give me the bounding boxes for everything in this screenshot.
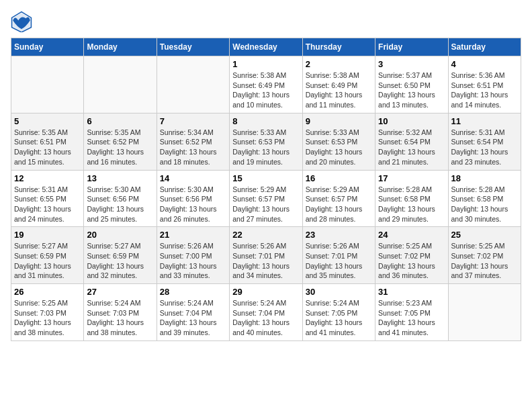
weekday-header-tuesday: Tuesday (157, 38, 229, 56)
week-row-4: 19Sunrise: 5:27 AMSunset: 6:59 PMDayligh… (11, 227, 521, 284)
calendar-cell (157, 56, 229, 113)
day-number: 23 (306, 230, 372, 240)
calendar-cell: 24Sunrise: 5:25 AMSunset: 7:02 PMDayligh… (375, 227, 448, 284)
day-number: 21 (160, 230, 226, 240)
calendar-cell: 26Sunrise: 5:25 AMSunset: 7:03 PMDayligh… (11, 284, 84, 341)
calendar-cell: 28Sunrise: 5:24 AMSunset: 7:04 PMDayligh… (157, 284, 229, 341)
calendar-cell: 4Sunrise: 5:36 AMSunset: 6:51 PMDaylight… (448, 56, 521, 113)
day-info: Sunrise: 5:37 AMSunset: 6:50 PMDaylight:… (378, 71, 445, 110)
calendar-cell: 21Sunrise: 5:26 AMSunset: 7:00 PMDayligh… (157, 227, 229, 284)
day-number: 9 (306, 116, 372, 126)
day-info: Sunrise: 5:27 AMSunset: 6:59 PMDaylight:… (87, 241, 153, 281)
calendar-cell (448, 284, 521, 341)
logo (11, 11, 35, 32)
calendar-cell: 22Sunrise: 5:26 AMSunset: 7:01 PMDayligh… (230, 227, 302, 284)
weekday-header-friday: Friday (375, 38, 448, 56)
day-info: Sunrise: 5:28 AMSunset: 6:58 PMDaylight:… (378, 185, 445, 224)
calendar-cell: 14Sunrise: 5:30 AMSunset: 6:56 PMDayligh… (157, 170, 229, 227)
week-row-2: 5Sunrise: 5:35 AMSunset: 6:51 PMDaylight… (11, 113, 521, 170)
day-number: 19 (14, 230, 81, 240)
day-info: Sunrise: 5:27 AMSunset: 6:59 PMDaylight:… (14, 241, 81, 281)
day-number: 12 (14, 173, 81, 183)
day-info: Sunrise: 5:24 AMSunset: 7:05 PMDaylight:… (306, 298, 372, 338)
calendar-cell: 17Sunrise: 5:28 AMSunset: 6:58 PMDayligh… (375, 170, 448, 227)
day-number: 10 (378, 116, 445, 126)
day-info: Sunrise: 5:33 AMSunset: 6:53 PMDaylight:… (306, 128, 372, 167)
day-number: 28 (160, 287, 226, 297)
day-number: 26 (14, 287, 81, 297)
day-number: 25 (451, 230, 518, 240)
calendar-cell: 8Sunrise: 5:33 AMSunset: 6:53 PMDaylight… (230, 113, 302, 170)
weekday-header-sunday: Sunday (11, 38, 84, 56)
day-info: Sunrise: 5:31 AMSunset: 6:55 PMDaylight:… (14, 185, 81, 224)
calendar-cell: 30Sunrise: 5:24 AMSunset: 7:05 PMDayligh… (302, 284, 375, 341)
day-info: Sunrise: 5:25 AMSunset: 7:02 PMDaylight:… (451, 241, 518, 281)
day-number: 14 (160, 173, 226, 183)
calendar-cell (11, 56, 84, 113)
day-number: 24 (378, 230, 445, 240)
day-info: Sunrise: 5:25 AMSunset: 7:03 PMDaylight:… (14, 298, 81, 338)
calendar-cell: 6Sunrise: 5:35 AMSunset: 6:52 PMDaylight… (84, 113, 157, 170)
day-number: 6 (87, 116, 153, 126)
day-number: 4 (451, 59, 518, 69)
day-number: 29 (232, 287, 299, 297)
day-info: Sunrise: 5:23 AMSunset: 7:05 PMDaylight:… (378, 298, 445, 338)
day-number: 18 (451, 173, 518, 183)
calendar-cell: 19Sunrise: 5:27 AMSunset: 6:59 PMDayligh… (11, 227, 84, 284)
calendar-cell: 9Sunrise: 5:33 AMSunset: 6:53 PMDaylight… (302, 113, 375, 170)
day-number: 22 (232, 230, 299, 240)
day-info: Sunrise: 5:31 AMSunset: 6:54 PMDaylight:… (451, 128, 518, 167)
day-number: 1 (232, 59, 299, 69)
day-info: Sunrise: 5:32 AMSunset: 6:54 PMDaylight:… (378, 128, 445, 167)
day-info: Sunrise: 5:29 AMSunset: 6:57 PMDaylight:… (232, 185, 299, 224)
day-info: Sunrise: 5:38 AMSunset: 6:49 PMDaylight:… (232, 71, 299, 110)
calendar-cell: 10Sunrise: 5:32 AMSunset: 6:54 PMDayligh… (375, 113, 448, 170)
calendar-cell: 7Sunrise: 5:34 AMSunset: 6:52 PMDaylight… (157, 113, 229, 170)
logo-icon (11, 11, 32, 32)
weekday-header-saturday: Saturday (448, 38, 521, 56)
day-info: Sunrise: 5:26 AMSunset: 7:01 PMDaylight:… (306, 241, 372, 281)
calendar-cell: 23Sunrise: 5:26 AMSunset: 7:01 PMDayligh… (302, 227, 375, 284)
day-number: 8 (232, 116, 299, 126)
day-number: 31 (378, 287, 445, 297)
calendar-cell: 12Sunrise: 5:31 AMSunset: 6:55 PMDayligh… (11, 170, 84, 227)
day-number: 15 (232, 173, 299, 183)
calendar-cell (84, 56, 157, 113)
day-number: 3 (378, 59, 445, 69)
calendar-cell: 1Sunrise: 5:38 AMSunset: 6:49 PMDaylight… (230, 56, 302, 113)
calendar-cell: 2Sunrise: 5:38 AMSunset: 6:49 PMDaylight… (302, 56, 375, 113)
day-info: Sunrise: 5:29 AMSunset: 6:57 PMDaylight:… (306, 185, 372, 224)
day-info: Sunrise: 5:28 AMSunset: 6:58 PMDaylight:… (451, 185, 518, 224)
day-info: Sunrise: 5:30 AMSunset: 6:56 PMDaylight:… (87, 185, 153, 224)
day-number: 20 (87, 230, 153, 240)
weekday-header-thursday: Thursday (302, 38, 375, 56)
day-info: Sunrise: 5:38 AMSunset: 6:49 PMDaylight:… (306, 71, 372, 110)
weekday-header-row: SundayMondayTuesdayWednesdayThursdayFrid… (11, 38, 521, 56)
calendar-cell: 25Sunrise: 5:25 AMSunset: 7:02 PMDayligh… (448, 227, 521, 284)
calendar-cell: 29Sunrise: 5:24 AMSunset: 7:04 PMDayligh… (230, 284, 302, 341)
day-number: 27 (87, 287, 153, 297)
calendar-cell: 31Sunrise: 5:23 AMSunset: 7:05 PMDayligh… (375, 284, 448, 341)
day-info: Sunrise: 5:24 AMSunset: 7:04 PMDaylight:… (160, 298, 226, 338)
calendar-cell: 11Sunrise: 5:31 AMSunset: 6:54 PMDayligh… (448, 113, 521, 170)
calendar-cell: 16Sunrise: 5:29 AMSunset: 6:57 PMDayligh… (302, 170, 375, 227)
day-number: 16 (306, 173, 372, 183)
day-info: Sunrise: 5:24 AMSunset: 7:03 PMDaylight:… (87, 298, 153, 338)
day-info: Sunrise: 5:25 AMSunset: 7:02 PMDaylight:… (378, 241, 445, 281)
calendar-cell: 13Sunrise: 5:30 AMSunset: 6:56 PMDayligh… (84, 170, 157, 227)
day-info: Sunrise: 5:35 AMSunset: 6:51 PMDaylight:… (14, 128, 81, 167)
day-info: Sunrise: 5:35 AMSunset: 6:52 PMDaylight:… (87, 128, 153, 167)
day-info: Sunrise: 5:30 AMSunset: 6:56 PMDaylight:… (160, 185, 226, 224)
day-number: 13 (87, 173, 153, 183)
day-info: Sunrise: 5:24 AMSunset: 7:04 PMDaylight:… (232, 298, 299, 338)
weekday-header-wednesday: Wednesday (230, 38, 302, 56)
day-info: Sunrise: 5:36 AMSunset: 6:51 PMDaylight:… (451, 71, 518, 110)
calendar-cell: 20Sunrise: 5:27 AMSunset: 6:59 PMDayligh… (84, 227, 157, 284)
week-row-5: 26Sunrise: 5:25 AMSunset: 7:03 PMDayligh… (11, 284, 521, 341)
day-info: Sunrise: 5:34 AMSunset: 6:52 PMDaylight:… (160, 128, 226, 167)
day-number: 17 (378, 173, 445, 183)
calendar-cell: 3Sunrise: 5:37 AMSunset: 6:50 PMDaylight… (375, 56, 448, 113)
calendar-cell: 18Sunrise: 5:28 AMSunset: 6:58 PMDayligh… (448, 170, 521, 227)
week-row-1: 1Sunrise: 5:38 AMSunset: 6:49 PMDaylight… (11, 56, 521, 113)
day-number: 30 (306, 287, 372, 297)
